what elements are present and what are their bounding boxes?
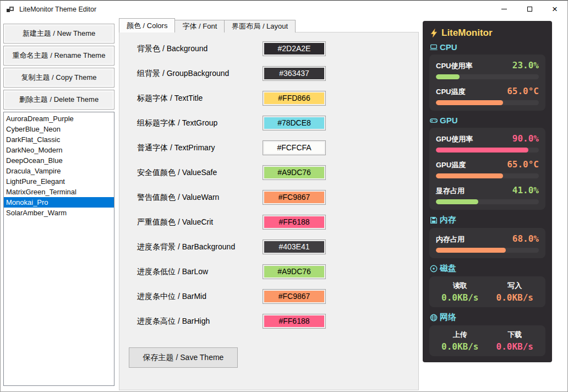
color-swatch-barmid[interactable]: #FC9867: [263, 289, 326, 304]
minimize-button[interactable]: [491, 1, 517, 18]
gamepad-icon: [429, 116, 438, 125]
metric-value: 65.0°C: [507, 86, 539, 96]
metric-label: 下载: [488, 330, 543, 340]
maximize-button[interactable]: [517, 1, 542, 18]
section-card-memory: 内存占用68.0%: [429, 228, 545, 258]
color-swatch-barlow[interactable]: #A9DC76: [263, 264, 326, 279]
color-row-barmid: 进度条中位 / BarMid#FC9867: [137, 289, 401, 304]
new-theme-button[interactable]: 新建主题 / New Theme: [3, 24, 114, 43]
color-row-label: 安全值颜色 / ValueSafe: [137, 168, 217, 177]
theme-item-darkflat_classic[interactable]: DarkFlat_Classic: [4, 134, 114, 145]
tab-layout[interactable]: 界面布局 / Layout: [224, 20, 296, 32]
tab-font[interactable]: 字体 / Font: [174, 20, 225, 32]
save-theme-button[interactable]: 保存主题 / Save Theme: [129, 347, 238, 368]
color-swatch-textgroup[interactable]: #78DCE8: [263, 116, 326, 130]
disc-icon: [429, 264, 438, 273]
color-row-valuewarn: 警告值颜色 / ValueWarn#FC9867: [137, 190, 401, 205]
color-swatch-textprimary[interactable]: #FCFCFA: [263, 140, 326, 155]
metric-label: 显存占用: [436, 186, 465, 196]
theme-item-monokai_pro[interactable]: Monokai_Pro: [4, 197, 114, 208]
metric-row: 显存占用41.0%: [436, 185, 539, 196]
close-button[interactable]: [542, 1, 567, 18]
section-header-network: 网络: [429, 312, 545, 323]
metric-row: GPU温度65.0°C: [436, 159, 539, 170]
theme-item-dracula_vampire[interactable]: Dracula_Vampire: [4, 166, 114, 176]
metric-pair: 写入0.0KB/s: [488, 281, 543, 303]
progress-bar: [436, 74, 539, 79]
theme-sidebar: 新建主题 / New Theme重命名主题 / Rename Theme复制主题…: [3, 24, 114, 386]
colors-tab-page: 背景色 / Background#2D2A2E组背景 / GroupBackgr…: [119, 32, 419, 390]
color-swatch-barbackground[interactable]: #403E41: [263, 239, 326, 254]
metric-label: GPU使用率: [436, 134, 473, 144]
progress-bar: [436, 248, 539, 253]
section-header-memory: 内存: [429, 215, 545, 225]
progress-bar: [436, 173, 539, 178]
theme-list: AuroraDream_PurpleCyberBlue_NeonDarkFlat…: [3, 112, 114, 386]
globe-icon: [429, 313, 438, 322]
metric-value: 65.0°C: [507, 159, 539, 170]
metric-value: 0.0KB/s: [488, 341, 543, 352]
color-swatch-barhigh[interactable]: #FF6188: [263, 314, 326, 329]
app-window: LiteMonitor Theme Editor 新建主题 / New Them…: [0, 0, 568, 392]
color-row-label: 组背景 / GroupBackground: [137, 69, 229, 78]
copy-theme-button[interactable]: 复制主题 / Copy Theme: [3, 68, 114, 88]
metric-label: CPU使用率: [436, 61, 472, 71]
color-row-label: 进度条高位 / BarHigh: [137, 317, 210, 325]
section-header-gpu: GPU: [429, 116, 545, 125]
floppy-icon: [429, 216, 438, 225]
color-swatch-valuesafe[interactable]: #A9DC76: [263, 165, 326, 180]
color-row-label: 普通字体 / TextPrimary: [137, 143, 215, 152]
app-icon: [6, 5, 15, 14]
color-row-valuecrit: 严重值颜色 / ValueCrit#FF6188: [137, 215, 401, 230]
metric-label: GPU温度: [436, 160, 466, 170]
color-row-label: 严重值颜色 / ValueCrit: [137, 217, 213, 226]
section-card-gpu: GPU使用率90.0%GPU温度65.0°C显存占用41.0%: [429, 128, 545, 210]
metric-value: 0.0KB/s: [488, 292, 543, 303]
color-row-barlow: 进度条低位 / BarLow#A9DC76: [137, 264, 401, 279]
color-swatch-groupbackground[interactable]: #363437: [263, 66, 326, 81]
color-row-barbackground: 进度条背景 / BarBackground#403E41: [137, 239, 401, 254]
close-icon: [552, 4, 558, 14]
metric-pair: 读取0.0KB/s: [433, 281, 488, 303]
metric-label: CPU温度: [436, 87, 465, 97]
color-row-texttitle: 标题字体 / TextTitle#FFD866: [137, 91, 401, 106]
metric-value: 68.0%: [512, 233, 539, 244]
theme-item-matrixgreen_terminal[interactable]: MatrixGreen_Terminal: [4, 187, 114, 197]
theme-item-auroradream_purple[interactable]: AuroraDream_Purple: [4, 113, 114, 124]
metric-value: 41.0%: [512, 185, 539, 195]
progress-bar-fill: [436, 100, 503, 105]
color-row-barhigh: 进度条高位 / BarHigh#FF6188: [137, 314, 401, 329]
metric-value: 0.0KB/s: [433, 341, 488, 352]
delete-theme-button[interactable]: 删除主题 / Delete Theme: [3, 90, 114, 110]
color-swatch-valuewarn[interactable]: #FC9867: [263, 190, 326, 205]
color-row-label: 标题字体 / TextTitle: [137, 94, 203, 102]
metric-value: 23.0%: [512, 60, 539, 70]
theme-item-lightpure_elegant[interactable]: LightPure_Elegant: [4, 176, 114, 187]
rename-theme-button[interactable]: 重命名主题 / Rename Theme: [3, 46, 114, 66]
progress-bar: [436, 148, 539, 153]
color-swatch-valuecrit[interactable]: #FF6188: [263, 215, 326, 230]
metric-label: 内存占用: [436, 235, 465, 244]
section-title: 网络: [440, 312, 456, 323]
progress-bar-fill: [436, 199, 478, 204]
progress-bar-fill: [436, 148, 528, 153]
metric-pair: 上传0.0KB/s: [433, 330, 488, 352]
theme-item-deepocean_blue[interactable]: DeepOcean_Blue: [4, 155, 114, 166]
color-row-valuesafe: 安全值颜色 / ValueSafe#A9DC76: [137, 165, 401, 180]
color-row-label: 进度条中位 / BarMid: [137, 292, 206, 301]
tab-colors[interactable]: 颜色 / Colors: [119, 18, 175, 32]
color-row-label: 警告值颜色 / ValueWarn: [137, 193, 219, 202]
progress-bar: [436, 199, 539, 204]
section-title: GPU: [440, 116, 458, 125]
metric-value: 90.0%: [512, 133, 539, 144]
color-swatch-texttitle[interactable]: #FFD866: [263, 91, 326, 106]
section-card-disk: 读取0.0KB/s写入0.0KB/s: [429, 276, 545, 307]
minimize-icon: [501, 9, 507, 9]
preview-title: LiteMonitor: [441, 28, 493, 39]
metric-row: 内存占用68.0%: [436, 233, 539, 244]
theme-item-solaramber_warm[interactable]: SolarAmber_Warm: [4, 208, 114, 218]
theme-item-cyberblue_neon[interactable]: CyberBlue_Neon: [4, 124, 114, 134]
color-row-textgroup: 组标题字体 / TextGroup#78DCE8: [137, 116, 401, 130]
theme-item-darkneo_modern[interactable]: DarkNeo_Modern: [4, 145, 114, 155]
color-swatch-background[interactable]: #2D2A2E: [263, 41, 326, 56]
